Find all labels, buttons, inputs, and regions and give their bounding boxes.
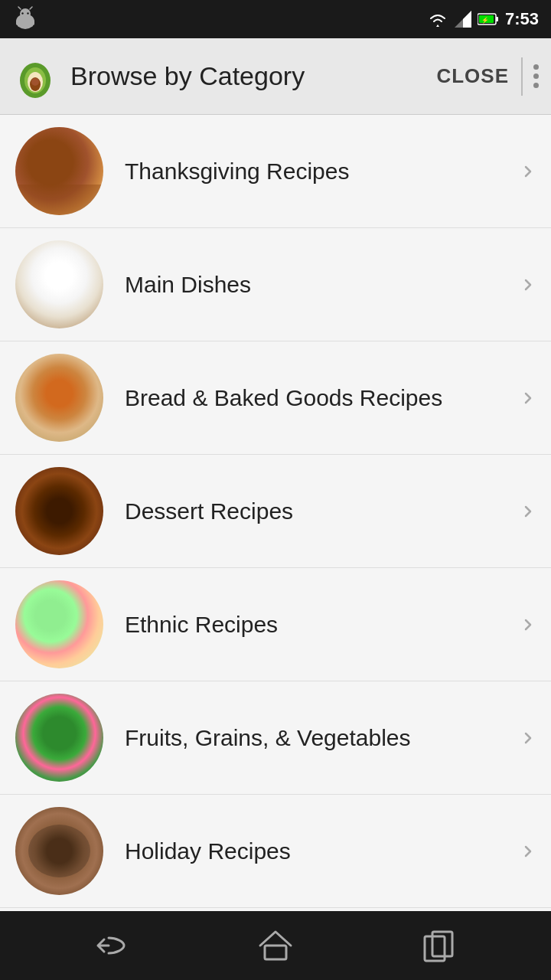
android-icon: [12, 6, 38, 32]
chevron-right-icon: [513, 723, 543, 753]
category-thumb-dessert: [15, 467, 103, 555]
bottom-nav-bar: [0, 911, 551, 980]
app-logo: [12, 54, 58, 100]
svg-rect-2: [18, 19, 33, 27]
more-options-button[interactable]: [533, 64, 539, 88]
toolbar: Browse by Category CLOSE: [0, 38, 551, 115]
toolbar-divider: [521, 57, 523, 96]
svg-point-1: [20, 8, 31, 19]
category-item-fruits[interactable]: Fruits, Grains, & Vegetables: [0, 681, 551, 795]
category-item-main-dishes[interactable]: Main Dishes: [0, 228, 551, 341]
svg-marker-10: [455, 11, 471, 28]
category-thumb-fruits: [15, 694, 103, 782]
category-label-fruits: Fruits, Grains, & Vegetables: [125, 725, 513, 751]
svg-rect-8: [31, 20, 34, 25]
svg-line-5: [18, 7, 21, 9]
category-label-holiday: Holiday Recipes: [125, 838, 513, 864]
battery-icon: ⚡: [478, 12, 499, 26]
category-label-ethnic: Ethnic Recipes: [125, 612, 513, 638]
chevron-right-icon: [513, 383, 543, 413]
status-bar-left: [12, 6, 38, 32]
status-bar-right: ⚡ 7:53: [427, 9, 539, 29]
svg-point-4: [27, 12, 28, 14]
category-item-thanksgiving[interactable]: Thanksgiving Recipes: [0, 115, 551, 228]
page-title: Browse by Category: [70, 61, 436, 91]
svg-line-6: [30, 7, 32, 9]
category-label-dessert: Dessert Recipes: [125, 498, 513, 524]
chevron-right-icon: [513, 270, 543, 300]
svg-point-3: [21, 12, 23, 14]
chevron-right-icon: [513, 836, 543, 867]
category-item-dessert[interactable]: Dessert Recipes: [0, 455, 551, 568]
category-item-ethnic[interactable]: Ethnic Recipes: [0, 568, 551, 681]
category-item-bread[interactable]: Bread & Baked Goods Recipes: [0, 341, 551, 455]
chevron-right-icon: [513, 496, 543, 527]
recents-button[interactable]: [416, 923, 461, 969]
chevron-right-icon: [513, 609, 543, 640]
category-thumb-holiday: [15, 807, 103, 895]
signal-icon: [455, 11, 471, 28]
category-label-thanksgiving: Thanksgiving Recipes: [125, 158, 513, 185]
back-button[interactable]: [90, 923, 135, 969]
category-item-holiday[interactable]: Holiday Recipes: [0, 795, 551, 908]
category-thumb-bread: [15, 354, 103, 442]
svg-rect-12: [496, 17, 498, 21]
svg-rect-20: [265, 946, 286, 959]
category-thumb-ethnic: [15, 580, 103, 668]
svg-rect-7: [16, 20, 19, 25]
category-list: Thanksgiving Recipes Main Dishes Bread &…: [0, 115, 551, 911]
category-thumb-thanksgiving: [15, 127, 103, 215]
close-button[interactable]: CLOSE: [436, 64, 509, 88]
wifi-icon: [427, 11, 448, 28]
chevron-right-icon: [513, 156, 543, 187]
svg-text:⚡: ⚡: [481, 16, 489, 24]
home-button[interactable]: [253, 923, 298, 969]
svg-point-19: [31, 78, 39, 86]
status-bar: ⚡ 7:53: [0, 0, 551, 38]
status-time: 7:53: [505, 9, 539, 29]
category-thumb-main-dishes: [15, 240, 103, 328]
category-label-bread: Bread & Baked Goods Recipes: [125, 385, 513, 411]
category-label-main-dishes: Main Dishes: [125, 272, 513, 298]
